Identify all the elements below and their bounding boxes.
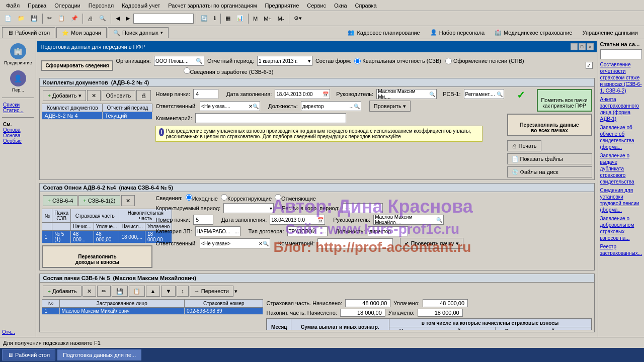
reg-input[interactable] [343,203,383,213]
head2-search-icon[interactable]: 🔍 [436,217,442,223]
radio-otm[interactable]: Отменяющие [275,194,316,202]
tab-recruitment[interactable]: 👤Набор персонала [426,28,489,37]
right-link-4[interactable]: Сведения для установки трудовой пенсии (… [600,187,642,213]
add-dropdown-icon[interactable]: ▾ [78,93,82,99]
right-link-5[interactable]: Заявление о добровольном страховых взнос… [600,215,642,241]
radio-korr[interactable]: Корректирующие [221,194,272,202]
tb-m[interactable]: M [251,13,260,25]
sidebar-lists-label[interactable]: Списки [3,102,33,108]
taskbar-doc[interactable]: Подготовка данных для пе... [57,349,141,360]
pack-num-input[interactable] [193,89,218,99]
resp2-clear-icon[interactable]: ✕ [259,241,263,246]
cat-browse-icon[interactable]: ... [234,229,238,234]
pos-browse-icon[interactable]: ... [350,104,354,109]
responsible-input[interactable]: <Не указа.... ✕ 🔍 [200,101,260,111]
maximize-button[interactable]: □ [579,43,586,50]
pos-search-icon[interactable]: 🔍 [354,104,360,109]
radio-zarplata[interactable]: Сведения о заработке (СЗВ-6-3) [184,69,274,75]
menu-help[interactable]: Справка [351,2,381,10]
mark-accepted-button[interactable]: Пометить все пачки как принятые ПФР [537,89,592,112]
address-bar[interactable] [133,14,194,24]
table-row[interactable]: 1 Маслов Максим Михайлович 002-898-998 8… [42,308,263,315]
section2-delete-btn[interactable]: ✕ [121,195,135,206]
main-checkbox[interactable]: ✓ [586,62,593,69]
resp-search-icon[interactable]: 🔍 [253,104,259,109]
korr-period-input[interactable]: ▾ [223,203,274,213]
sidebar-osnova2[interactable]: Основа [3,133,33,138]
tb-forward[interactable]: ▶ [123,13,132,25]
date-calendar-icon[interactable]: 📅 [323,92,329,97]
szv61-tab[interactable]: + СЗВ-6-1(2) [78,195,120,206]
tb-save[interactable]: 💾 [28,13,40,25]
form-button[interactable]: Сформировать сведения [41,60,113,71]
org-input[interactable]: ООО Плюш.... 🔍 [154,56,204,66]
menu-file[interactable]: Файл [2,2,24,10]
tab-tasks[interactable]: ⭐ Мои задачи [56,27,107,38]
sidebar-statistic-label[interactable]: Статис... [3,108,33,113]
right-link-6[interactable]: Реестр застрахованных... [600,243,642,256]
menu-enterprise[interactable]: Предприятие [261,2,303,10]
menu-hr[interactable]: Кадровый учет [118,2,164,10]
print-pack-button[interactable]: 🖨 [136,90,151,101]
position-input[interactable]: директор ... 🔍 [301,101,361,111]
psv-input[interactable]: Регламент.... 🔍 [464,89,504,99]
tb-info[interactable]: ℹ [211,13,218,25]
contract-input[interactable]: ТРУДОВОЙ ... [287,226,328,236]
tb-mminus[interactable]: M- [275,13,287,25]
add-pack-button[interactable]: + Добавить ▾ [43,90,86,101]
tb-new[interactable]: 📄 [2,13,14,25]
sidebar-osnova1[interactable]: Основа [3,127,33,133]
tb-preview[interactable]: 🔍 [97,13,109,25]
menu-salary[interactable]: Расчет зарплаты по организациям [164,2,261,10]
date-input[interactable]: 18.04.2013 0:00 📅 [275,89,330,99]
table-row[interactable]: 1 № 5 (1) 48 000... 48 000,00 18 000,...… [42,231,172,243]
up-person-button[interactable]: ▲ [146,286,160,297]
contract-browse-icon[interactable]: ... [321,229,326,234]
position2-input[interactable]: директор ... [368,226,408,236]
korr-period-dropdown[interactable]: ▾ [270,206,272,211]
sidebar-otch[interactable]: Отч... [2,329,34,335]
tab-hr-planning[interactable]: 👥Кадровое планирование [344,28,424,37]
head-input[interactable]: Маслов Максим Ми.... 🔍 [376,89,437,99]
tb-open[interactable]: 📁 [15,13,27,25]
radio-pensiya[interactable]: Оформление пенсии (СПВ) [445,58,524,64]
tb-paste[interactable]: 📌 [68,13,80,25]
psv-search-icon[interactable]: 🔍 [497,92,503,97]
menu-service[interactable]: Сервис [303,2,330,10]
comment2-input[interactable] [317,238,393,248]
check-dropdown-icon[interactable]: ▾ [403,103,406,110]
menu-personal[interactable]: Персонал [85,2,118,10]
delete-pack-button[interactable]: ✕ [87,90,101,101]
tb-cut[interactable]: ✂ [45,13,54,25]
pack-num2-input[interactable] [193,215,213,225]
table-row[interactable]: АДВ-6-2 № 4 Текущий [42,112,152,120]
sidebar-enterprise[interactable]: 🏢 Предприятие [2,41,34,67]
print-button[interactable]: 🖨 Печать [507,140,541,151]
transfer-person-button[interactable]: → Перенести [190,286,233,297]
right-link-0[interactable]: Составление отчетности страховом стаже и… [600,61,642,94]
resp-clear-icon[interactable]: ✕ [249,104,253,109]
check-pack-button[interactable]: ✔ Проверить пачку ▾ [400,238,463,249]
resp2-search-icon[interactable]: 🔍 [263,241,269,246]
date2-input[interactable]: 18.04.2013 0:0 📅 [270,215,325,225]
comment-input[interactable] [195,113,346,123]
minimize-button[interactable]: _ [571,43,578,50]
sort-person-button[interactable]: ↕ [177,286,189,297]
tb-back[interactable]: ◀ [113,13,122,25]
tab-data-mgmt[interactable]: Управление данными [578,28,642,37]
tab-desktop[interactable]: 🖥 Рабочий стол [2,27,55,38]
tb-print[interactable]: 🖨 [85,13,96,25]
sidebar-per[interactable]: 👤 Пер... [2,68,34,95]
edit-person-button[interactable]: ✏ [97,286,111,297]
date2-calendar-icon[interactable]: 📅 [317,217,324,223]
close-button[interactable]: × [587,43,594,50]
copy-person-button[interactable]: 📋 [129,286,145,297]
tab-medical[interactable]: 🏥Медицинское страхование [491,28,576,37]
menu-operations[interactable]: Операции [50,2,84,10]
period-input[interactable]: 1 квартал 2013 г. ▾ [257,56,312,66]
cat-input[interactable]: НАЕМ/РАБО... ... [195,226,240,236]
save-person-button[interactable]: 💾 [112,286,128,297]
right-link-1[interactable]: Анкета застрахованного лица (форма АДВ-1… [600,96,642,122]
org-search-icon[interactable]: 🔍 [196,58,203,64]
refill-income-button[interactable]: Перезаполнить доходы и взносы [42,245,152,268]
